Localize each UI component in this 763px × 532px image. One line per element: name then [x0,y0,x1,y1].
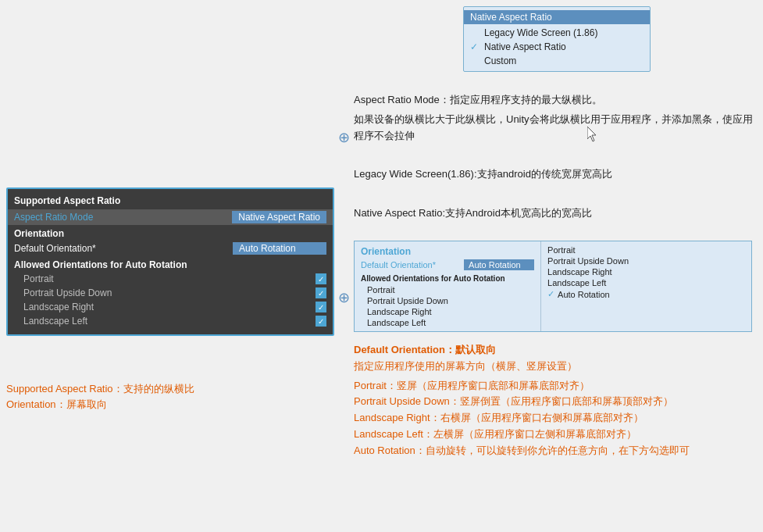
mp-cb-portrait: Portrait [361,284,534,295]
dropdown-title: Native Aspect Ratio [464,10,650,24]
aspect-ratio-value[interactable]: Native Aspect Ratio [232,211,326,223]
auto-rotation-label: Auto Rotation [558,290,610,299]
mp-portrait-label: Portrait [367,285,528,295]
mp-right-landscape-right[interactable]: Landscape Right [547,266,745,277]
portrait-row: Portrait ✓ [8,272,333,286]
custom-checkmark [470,55,480,66]
landscape-left-checkbox[interactable]: ✓ [316,316,326,327]
mid-panel-left: Orientation Default Orientation* Auto Ro… [355,241,541,331]
mp-right-portrait[interactable]: Portrait [547,245,745,255]
blue-arrow-mid: ⊕ [338,289,350,306]
mp-right-landscape-left[interactable]: Landscape Left [547,277,745,288]
spacer2 [354,186,760,202]
aspect-mode-desc1: Aspect Ratio Mode：指定应用程序支持的最大纵横比。 [354,92,760,109]
dropdown-item-native[interactable]: ✓ Native Aspect Ratio [464,40,650,54]
landscape-right-annotation: Landscape Right：右横屏（应用程序窗口右侧和屏幕底部对齐） [354,410,752,427]
mp-default-value[interactable]: Auto Rotation [464,259,534,270]
left-annotation: Supported Aspect Ratio：支持的的纵横比 Orientati… [6,381,194,412]
dropdown-item-custom[interactable]: Custom [464,54,650,68]
legacy-checkmark [470,27,480,38]
portrait-ud-annotation: Portrait Upside Down：竖屏倒置（应用程序窗口底部和屏幕顶部对… [354,394,752,410]
mp-landscape-left-label: Landscape Left [367,318,528,327]
mp-cb-portrait-ud: Portrait Upside Down [361,295,534,306]
native-checkmark: ✓ [470,41,480,52]
aspect-ratio-row: Aspect Ratio Mode Native Aspect Ratio [8,209,333,225]
default-orientation-annotation-title: Default Orientation：默认取向 [354,342,752,359]
mp-right-auto-rotation[interactable]: ✓ Auto Rotation [547,288,745,300]
default-orientation-label: Default Orientation* [14,243,233,254]
landscape-right-label: Landscape Right [23,302,312,312]
mp-landscape-right-label: Landscape Right [367,307,528,316]
left-panel-title: Supported Aspect Ratio [8,194,333,209]
mp-right-portrait-ud[interactable]: Portrait Upside Down [547,255,745,266]
landscape-left-row: Landscape Left ✓ [8,314,333,328]
mp-default-label: Default Orientation* [361,260,464,270]
aspect-ratio-label: Aspect Ratio Mode [14,212,232,223]
portrait-label: Portrait [23,273,312,284]
mp-portrait-ud-label: Portrait Upside Down [367,296,528,305]
dropdown-item-legacy[interactable]: Legacy Wide Screen (1.86) [464,26,650,40]
aspect-mode-desc2: 如果设备的纵横比大于此纵横比，Unity会将此纵横比用于应用程序，并添加黑条，使… [354,112,760,145]
landscape-left-label: Landscape Left [23,316,312,327]
portrait-upside-down-checkbox[interactable]: ✓ [316,287,326,298]
mp-cb-landscape-right: Landscape Right [361,306,534,317]
landscape-right-checkbox[interactable]: ✓ [316,302,326,312]
allowed-orientations-header: Allowed Orientations for Auto Rotation [8,256,333,272]
mid-panel: Orientation Default Orientation* Auto Ro… [354,241,752,332]
landscape-right-row: Landscape Right ✓ [8,300,333,314]
left-panel: Supported Aspect Ratio Aspect Ratio Mode… [6,187,334,336]
portrait-upside-down-row: Portrait Upside Down ✓ [8,286,333,300]
legacy-desc: Legacy Wide Screen(1.86):支持android的传统宽屏宽… [354,166,760,183]
default-orientation-annotation-line2: 指定应用程序使用的屏幕方向（横屏、竖屏设置） [354,359,752,375]
mid-panel-right: Portrait Portrait Upside Down Landscape … [541,241,751,331]
right-top-area: Native Aspect Ratio Legacy Wide Screen (… [354,6,651,72]
portrait-upside-down-label: Portrait Upside Down [23,287,312,298]
auto-rotation-annotation: Auto Rotation：自动旋转，可以旋转到你允许的任意方向，在下方勾选即可 [354,443,752,459]
right-main-content: Aspect Ratio Mode：指定应用程序支持的最大纵横比。 如果设备的纵… [354,92,760,263]
auto-rotation-check: ✓ [547,289,554,299]
spacer3 [354,225,760,241]
orientation-header: Orientation [8,225,333,241]
mp-allowed-title: Allowed Orientations for Auto Rotation [361,273,534,284]
mp-orientation-title: Orientation [361,245,534,259]
blue-arrow-top: ⊕ [338,129,350,146]
bottom-annotation: Default Orientation：默认取向 指定应用程序使用的屏幕方向（横… [354,342,752,459]
mp-default-orientation-row: Default Orientation* Auto Rotation [361,259,534,271]
portrait-annotation: Portrait：竖屏（应用程序窗口底部和屏幕底部对齐） [354,378,752,395]
left-annotation-line2: Orientation：屏幕取向 [6,397,194,412]
spacer [354,147,760,163]
left-annotation-line1: Supported Aspect Ratio：支持的的纵横比 [6,381,194,397]
default-orientation-value[interactable]: Auto Rotation [233,242,326,255]
landscape-left-annotation: Landscape Left：左横屏（应用程序窗口左侧和屏幕底部对齐） [354,427,752,443]
dropdown-item-custom-label: Custom [484,55,516,66]
aspect-ratio-dropdown[interactable]: Native Aspect Ratio Legacy Wide Screen (… [463,6,651,72]
portrait-checkbox[interactable]: ✓ [316,273,326,284]
dropdown-item-native-label: Native Aspect Ratio [484,41,566,52]
default-orientation-row: Default Orientation* Auto Rotation [8,241,333,256]
mp-cb-landscape-left: Landscape Left [361,317,534,328]
dropdown-item-legacy-label: Legacy Wide Screen (1.86) [484,27,597,38]
native-desc: Native Aspect Ratio:支持Android本机宽高比的宽高比 [354,205,760,222]
